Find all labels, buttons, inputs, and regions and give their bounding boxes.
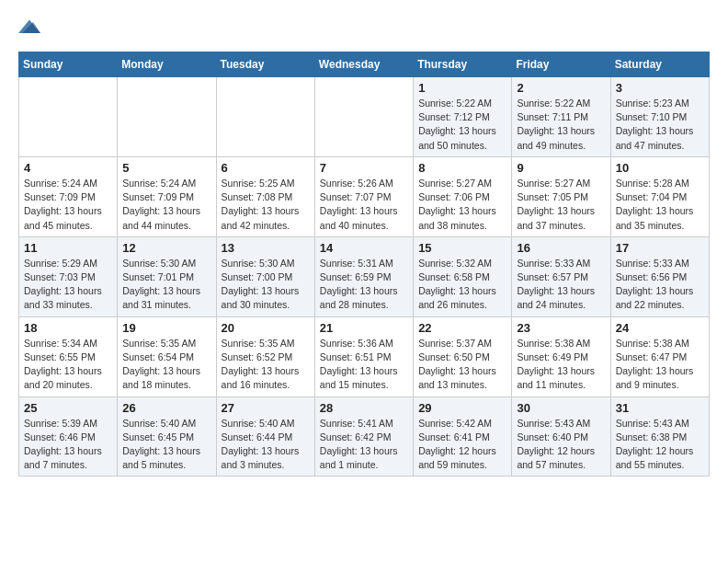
day-number: 28 <box>320 401 408 415</box>
day-of-week-header: Thursday <box>414 52 512 77</box>
day-info: Sunrise: 5:30 AM Sunset: 7:00 PM Dayligh… <box>222 257 310 313</box>
day-number: 22 <box>418 321 506 335</box>
logo <box>18 18 44 37</box>
calendar-cell: 4Sunrise: 5:24 AM Sunset: 7:09 PM Daylig… <box>19 156 118 236</box>
day-info: Sunrise: 5:22 AM Sunset: 7:11 PM Dayligh… <box>517 97 605 153</box>
day-of-week-header: Sunday <box>19 52 118 77</box>
page-header <box>18 18 710 37</box>
calendar-header: SundayMondayTuesdayWednesdayThursdayFrid… <box>19 52 710 77</box>
day-info: Sunrise: 5:33 AM Sunset: 6:57 PM Dayligh… <box>517 257 605 313</box>
day-number: 12 <box>122 241 210 255</box>
day-info: Sunrise: 5:29 AM Sunset: 7:03 PM Dayligh… <box>24 257 112 313</box>
day-info: Sunrise: 5:33 AM Sunset: 6:56 PM Dayligh… <box>616 257 704 313</box>
day-number: 21 <box>320 321 408 335</box>
calendar-cell: 21Sunrise: 5:36 AM Sunset: 6:51 PM Dayli… <box>314 316 413 396</box>
calendar-cell: 11Sunrise: 5:29 AM Sunset: 7:03 PM Dayli… <box>19 236 118 316</box>
day-number: 1 <box>418 81 506 95</box>
calendar-cell: 1Sunrise: 5:22 AM Sunset: 7:12 PM Daylig… <box>414 77 512 157</box>
calendar-week-row: 18Sunrise: 5:34 AM Sunset: 6:55 PM Dayli… <box>19 316 710 396</box>
calendar-cell: 25Sunrise: 5:39 AM Sunset: 6:46 PM Dayli… <box>19 396 118 477</box>
day-number: 11 <box>24 241 112 255</box>
day-of-week-header: Monday <box>118 52 216 77</box>
day-number: 17 <box>616 241 704 255</box>
day-number: 27 <box>222 401 310 415</box>
calendar-cell: 24Sunrise: 5:38 AM Sunset: 6:47 PM Dayli… <box>610 316 709 396</box>
day-info: Sunrise: 5:30 AM Sunset: 7:01 PM Dayligh… <box>122 257 210 313</box>
day-number: 14 <box>320 241 408 255</box>
day-info: Sunrise: 5:34 AM Sunset: 6:55 PM Dayligh… <box>24 337 112 393</box>
day-number: 15 <box>418 241 506 255</box>
calendar-table: SundayMondayTuesdayWednesdayThursdayFrid… <box>18 52 710 477</box>
day-info: Sunrise: 5:35 AM Sunset: 6:54 PM Dayligh… <box>122 337 210 393</box>
calendar-cell: 2Sunrise: 5:22 AM Sunset: 7:11 PM Daylig… <box>512 77 610 157</box>
day-of-week-header: Saturday <box>610 52 709 77</box>
day-number: 19 <box>122 321 210 335</box>
day-info: Sunrise: 5:43 AM Sunset: 6:40 PM Dayligh… <box>517 417 605 473</box>
calendar-cell: 14Sunrise: 5:31 AM Sunset: 6:59 PM Dayli… <box>314 236 413 316</box>
calendar-cell: 10Sunrise: 5:28 AM Sunset: 7:04 PM Dayli… <box>610 156 709 236</box>
day-info: Sunrise: 5:38 AM Sunset: 6:49 PM Dayligh… <box>517 337 605 393</box>
day-info: Sunrise: 5:37 AM Sunset: 6:50 PM Dayligh… <box>418 337 506 393</box>
day-number: 16 <box>517 241 605 255</box>
day-info: Sunrise: 5:32 AM Sunset: 6:58 PM Dayligh… <box>418 257 506 313</box>
day-info: Sunrise: 5:42 AM Sunset: 6:41 PM Dayligh… <box>418 417 506 473</box>
day-of-week-header: Tuesday <box>216 52 314 77</box>
day-number: 6 <box>222 161 310 175</box>
day-number: 10 <box>616 161 704 175</box>
calendar-cell: 30Sunrise: 5:43 AM Sunset: 6:40 PM Dayli… <box>512 396 610 477</box>
calendar-cell <box>118 77 216 157</box>
calendar-cell: 27Sunrise: 5:40 AM Sunset: 6:44 PM Dayli… <box>216 396 314 477</box>
day-info: Sunrise: 5:35 AM Sunset: 6:52 PM Dayligh… <box>222 337 310 393</box>
day-number: 7 <box>320 161 408 175</box>
day-info: Sunrise: 5:27 AM Sunset: 7:05 PM Dayligh… <box>517 177 605 233</box>
day-info: Sunrise: 5:40 AM Sunset: 6:45 PM Dayligh… <box>122 417 210 473</box>
day-number: 20 <box>222 321 310 335</box>
day-info: Sunrise: 5:25 AM Sunset: 7:08 PM Dayligh… <box>222 177 310 233</box>
day-of-week-header: Friday <box>512 52 610 77</box>
calendar-cell: 5Sunrise: 5:24 AM Sunset: 7:09 PM Daylig… <box>118 156 216 236</box>
day-number: 4 <box>24 161 112 175</box>
day-info: Sunrise: 5:38 AM Sunset: 6:47 PM Dayligh… <box>616 337 704 393</box>
days-of-week-row: SundayMondayTuesdayWednesdayThursdayFrid… <box>19 52 710 77</box>
calendar-week-row: 1Sunrise: 5:22 AM Sunset: 7:12 PM Daylig… <box>19 77 710 157</box>
day-number: 13 <box>222 241 310 255</box>
calendar-cell: 7Sunrise: 5:26 AM Sunset: 7:07 PM Daylig… <box>314 156 413 236</box>
day-number: 31 <box>616 401 704 415</box>
day-number: 3 <box>616 81 704 95</box>
calendar-cell: 31Sunrise: 5:43 AM Sunset: 6:38 PM Dayli… <box>610 396 709 477</box>
calendar-cell: 20Sunrise: 5:35 AM Sunset: 6:52 PM Dayli… <box>216 316 314 396</box>
day-number: 29 <box>418 401 506 415</box>
day-info: Sunrise: 5:31 AM Sunset: 6:59 PM Dayligh… <box>320 257 408 313</box>
day-info: Sunrise: 5:24 AM Sunset: 7:09 PM Dayligh… <box>24 177 112 233</box>
day-info: Sunrise: 5:22 AM Sunset: 7:12 PM Dayligh… <box>418 97 506 153</box>
day-number: 26 <box>122 401 210 415</box>
calendar-week-row: 11Sunrise: 5:29 AM Sunset: 7:03 PM Dayli… <box>19 236 710 316</box>
calendar-cell: 22Sunrise: 5:37 AM Sunset: 6:50 PM Dayli… <box>414 316 512 396</box>
calendar-cell: 29Sunrise: 5:42 AM Sunset: 6:41 PM Dayli… <box>414 396 512 477</box>
calendar-cell: 9Sunrise: 5:27 AM Sunset: 7:05 PM Daylig… <box>512 156 610 236</box>
calendar-cell: 13Sunrise: 5:30 AM Sunset: 7:00 PM Dayli… <box>216 236 314 316</box>
calendar-cell: 15Sunrise: 5:32 AM Sunset: 6:58 PM Dayli… <box>414 236 512 316</box>
calendar-cell: 16Sunrise: 5:33 AM Sunset: 6:57 PM Dayli… <box>512 236 610 316</box>
calendar-week-row: 4Sunrise: 5:24 AM Sunset: 7:09 PM Daylig… <box>19 156 710 236</box>
calendar-cell <box>216 77 314 157</box>
day-info: Sunrise: 5:36 AM Sunset: 6:51 PM Dayligh… <box>320 337 408 393</box>
day-number: 23 <box>517 321 605 335</box>
calendar-cell: 6Sunrise: 5:25 AM Sunset: 7:08 PM Daylig… <box>216 156 314 236</box>
day-info: Sunrise: 5:43 AM Sunset: 6:38 PM Dayligh… <box>616 417 704 473</box>
calendar-cell: 12Sunrise: 5:30 AM Sunset: 7:01 PM Dayli… <box>118 236 216 316</box>
day-number: 18 <box>24 321 112 335</box>
day-info: Sunrise: 5:40 AM Sunset: 6:44 PM Dayligh… <box>222 417 310 473</box>
day-info: Sunrise: 5:24 AM Sunset: 7:09 PM Dayligh… <box>122 177 210 233</box>
calendar-cell: 8Sunrise: 5:27 AM Sunset: 7:06 PM Daylig… <box>414 156 512 236</box>
day-info: Sunrise: 5:23 AM Sunset: 7:10 PM Dayligh… <box>616 97 704 153</box>
calendar-cell: 18Sunrise: 5:34 AM Sunset: 6:55 PM Dayli… <box>19 316 118 396</box>
day-info: Sunrise: 5:39 AM Sunset: 6:46 PM Dayligh… <box>24 417 112 473</box>
day-number: 2 <box>517 81 605 95</box>
logo-icon <box>18 18 40 37</box>
day-info: Sunrise: 5:41 AM Sunset: 6:42 PM Dayligh… <box>320 417 408 473</box>
calendar-cell: 23Sunrise: 5:38 AM Sunset: 6:49 PM Dayli… <box>512 316 610 396</box>
calendar-cell <box>19 77 118 157</box>
day-number: 5 <box>122 161 210 175</box>
calendar-cell: 26Sunrise: 5:40 AM Sunset: 6:45 PM Dayli… <box>118 396 216 477</box>
